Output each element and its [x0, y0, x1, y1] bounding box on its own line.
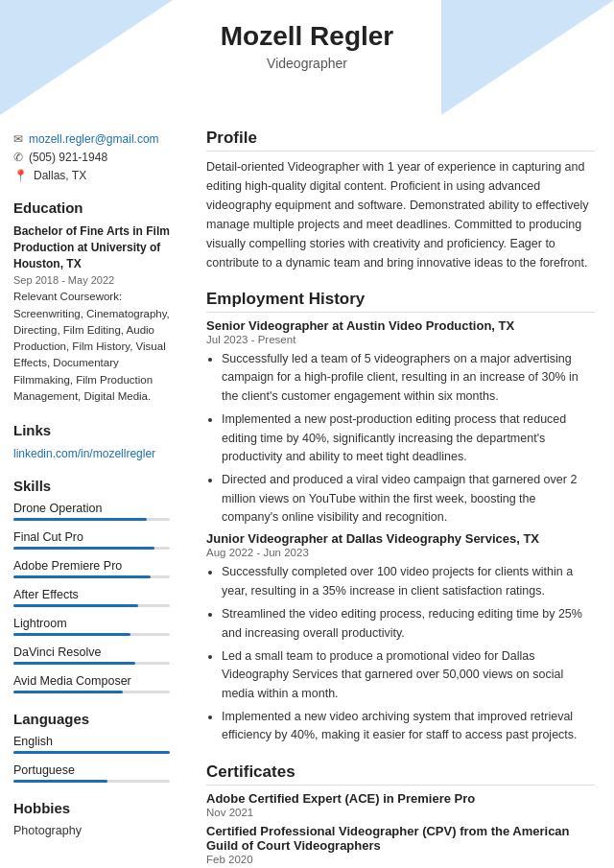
skill-bar-background — [13, 575, 170, 578]
skill-bar-fill — [13, 518, 147, 521]
header-name: Mozell Regler — [0, 21, 614, 52]
skill-name: Lightroom — [13, 617, 170, 630]
employment-title: Employment History — [206, 290, 595, 313]
skills-section: Skills Drone Operation Final Cut Pro Ado… — [13, 478, 170, 693]
jobs-list: Senior Videographer at Austin Video Prod… — [206, 318, 595, 745]
skill-item: Drone Operation — [13, 502, 170, 521]
job-date: Aug 2022 - Jun 2023 — [206, 547, 595, 558]
language-name: Portuguese — [13, 763, 170, 777]
skill-bar-background — [13, 547, 170, 550]
certificate-date: Feb 2020 — [206, 854, 595, 865]
skill-bar-fill — [13, 547, 154, 550]
main-layout: ✉ mozell.regler@gmail.com ✆ (505) 921-19… — [0, 115, 614, 868]
sidebar: ✉ mozell.regler@gmail.com ✆ (505) 921-19… — [0, 115, 187, 868]
job-bullet: Directed and produced a viral video camp… — [222, 471, 595, 527]
education-date: Sep 2018 - May 2022 — [13, 274, 170, 286]
skill-bar-background — [13, 633, 170, 636]
skill-item: Adobe Premiere Pro — [13, 559, 170, 578]
job-item: Senior Videographer at Austin Video Prod… — [206, 318, 595, 527]
skill-name: Avid Media Composer — [13, 674, 170, 688]
skill-bar-background — [13, 691, 170, 693]
header-content: Mozell Regler Videographer — [0, 0, 614, 71]
education-degree: Bachelor of Fine Arts in Film Production… — [13, 223, 170, 271]
profile-section: Profile Detail-oriented Videographer wit… — [206, 129, 595, 272]
language-bar-fill — [13, 780, 107, 783]
skill-bar-fill — [13, 691, 123, 693]
profile-title: Profile — [206, 129, 595, 152]
links-section: Links linkedin.com/in/mozellregler — [13, 422, 170, 460]
email-link[interactable]: mozell.regler@gmail.com — [29, 132, 159, 146]
employment-section: Employment History Senior Videographer a… — [206, 290, 595, 745]
job-bullet: Led a small team to produce a promotiona… — [222, 647, 595, 703]
skill-bar-fill — [13, 604, 138, 607]
job-bullet: Successfully led a team of 5 videographe… — [222, 350, 595, 406]
skill-item: Lightroom — [13, 617, 170, 636]
education-coursework-text: Screenwriting, Cinematography, Directing… — [13, 308, 170, 402]
profile-text: Detail-oriented Videographer with 1 year… — [206, 157, 595, 272]
languages-list: English Portuguese — [13, 735, 170, 783]
skill-item: DaVinci Resolve — [13, 645, 170, 665]
header-job-title: Videographer — [0, 56, 614, 71]
email-icon: ✉ — [13, 132, 23, 146]
contact-location-item: 📍 Dallas, TX — [13, 169, 170, 182]
language-item: English — [13, 735, 170, 754]
certificate-name: Certified Professional Videographer (CPV… — [206, 824, 595, 853]
skills-title: Skills — [13, 478, 170, 494]
skill-name: Final Cut Pro — [13, 530, 170, 544]
skill-name: After Effects — [13, 588, 170, 601]
hobbies-title: Hobbies — [13, 800, 170, 816]
links-title: Links — [13, 422, 170, 438]
languages-title: Languages — [13, 711, 170, 727]
header: Mozell Regler Videographer — [0, 0, 614, 115]
skill-bar-fill — [13, 662, 135, 665]
location-icon: 📍 — [13, 169, 28, 182]
skill-bar-fill — [13, 633, 130, 636]
skill-name: Drone Operation — [13, 502, 170, 515]
skill-bar-background — [13, 518, 170, 521]
contact-email-item: ✉ mozell.regler@gmail.com — [13, 132, 170, 146]
education-coursework: Relevant Coursework: Screenwriting, Cine… — [13, 289, 170, 405]
certificates-section: Certificates Adobe Certified Expert (ACE… — [206, 762, 595, 865]
certificates-list: Adobe Certified Expert (ACE) in Premiere… — [206, 791, 595, 865]
job-bullet: Implemented a new video archiving system… — [222, 708, 595, 745]
certificate-item: Certified Professional Videographer (CPV… — [206, 824, 595, 865]
job-title: Junior Videographer at Dallas Videograph… — [206, 531, 595, 546]
job-bullets-list: Successfully led a team of 5 videographe… — [206, 350, 595, 527]
skill-bar-fill — [13, 575, 151, 578]
contact-phone-item: ✆ (505) 921-1948 — [13, 151, 170, 164]
language-bar-background — [13, 751, 170, 754]
skill-name: Adobe Premiere Pro — [13, 559, 170, 573]
language-name: English — [13, 735, 170, 748]
language-item: Portuguese — [13, 763, 170, 783]
hobbies-section: Hobbies Photography — [13, 800, 170, 837]
job-item: Junior Videographer at Dallas Videograph… — [206, 531, 595, 744]
certificate-date: Nov 2021 — [206, 807, 595, 818]
language-bar-fill — [13, 751, 170, 754]
skill-bar-background — [13, 604, 170, 607]
linkedin-link[interactable]: linkedin.com/in/mozellregler — [13, 447, 155, 460]
skill-name: DaVinci Resolve — [13, 645, 170, 659]
education-section: Education Bachelor of Fine Arts in Film … — [13, 199, 170, 405]
certificate-item: Adobe Certified Expert (ACE) in Premiere… — [206, 791, 595, 818]
skill-item: Final Cut Pro — [13, 530, 170, 550]
hobbies-text: Photography — [13, 824, 170, 837]
skill-bar-background — [13, 662, 170, 665]
phone-text: (505) 921-1948 — [29, 151, 107, 164]
location-text: Dallas, TX — [34, 169, 86, 182]
phone-icon: ✆ — [13, 151, 23, 164]
job-bullet: Implemented a new post-production editin… — [222, 411, 595, 466]
languages-section: Languages English Portuguese — [13, 711, 170, 783]
skills-list: Drone Operation Final Cut Pro Adobe Prem… — [13, 502, 170, 693]
certificate-name: Adobe Certified Expert (ACE) in Premiere… — [206, 791, 595, 806]
education-title: Education — [13, 199, 170, 216]
skill-item: After Effects — [13, 588, 170, 607]
job-date: Jul 2023 - Present — [206, 334, 595, 345]
job-bullet: Streamlined the video editing process, r… — [222, 605, 595, 643]
certificates-title: Certificates — [206, 762, 595, 786]
skill-item: Avid Media Composer — [13, 674, 170, 693]
job-bullet: Successfully completed over 100 video pr… — [222, 563, 595, 600]
main-content: Profile Detail-oriented Videographer wit… — [187, 115, 614, 868]
language-bar-background — [13, 780, 170, 783]
job-title: Senior Videographer at Austin Video Prod… — [206, 318, 595, 333]
contact-section: ✉ mozell.regler@gmail.com ✆ (505) 921-19… — [13, 132, 170, 182]
